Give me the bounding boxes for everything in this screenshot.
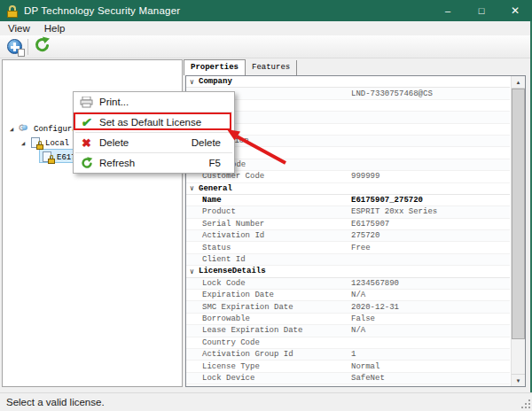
menu-item-label: Delete	[99, 137, 192, 148]
property-label: Lock Code	[186, 279, 351, 288]
scroll-up-button[interactable]: ▲	[512, 76, 525, 89]
category-row-licensedetails[interactable]: ∨LicenseDetails	[186, 266, 510, 277]
scroll-down-button[interactable]: ▼	[512, 374, 525, 386]
scrollbar-thumb[interactable]	[512, 89, 525, 339]
tree-item-local[interactable]: ◢Local	[21, 136, 69, 150]
property-row[interactable]: Country Code	[186, 337, 510, 349]
app-lock-icon	[7, 5, 19, 19]
property-value: SafeNet	[351, 374, 510, 383]
refresh-button[interactable]	[31, 36, 52, 57]
property-label: SMC Expiration Date	[186, 303, 351, 312]
property-label: Country Code	[186, 338, 351, 347]
property-label: Activation Group Id	[186, 350, 351, 359]
property-row[interactable]: Activation Id275720	[186, 230, 510, 242]
property-value: N/A	[351, 326, 510, 335]
property-row[interactable]: Lock Code1234567890	[186, 278, 510, 290]
tab-strip: PropertiesFeatures	[184, 58, 297, 75]
property-label: Product	[186, 207, 351, 216]
property-row[interactable]: Lock DeviceSafeNet	[186, 373, 510, 384]
property-value: Normal	[351, 362, 510, 371]
context-menu-item-print[interactable]: Print...	[74, 92, 234, 112]
tree-expander-icon[interactable]: ◢	[21, 140, 30, 147]
property-row[interactable]: License TypeNormal	[186, 361, 510, 372]
printer-icon	[74, 97, 99, 108]
property-value: 1	[351, 350, 510, 359]
property-label: Lock Device	[186, 374, 351, 383]
property-value: ESPRIT 20xx Series	[351, 207, 510, 216]
collapse-chevron-icon[interactable]: ∨	[186, 268, 199, 275]
menu-item-shortcut: Delete	[192, 137, 234, 148]
property-value: 1234567890	[351, 279, 510, 288]
menu-bar: ViewHelp	[0, 21, 532, 35]
refresh-icon	[34, 36, 51, 57]
license-doc-lock-icon	[43, 151, 54, 163]
status-text: Select a valid license.	[6, 397, 105, 407]
property-label: Client Id	[186, 255, 351, 264]
toolbar-separator	[27, 39, 28, 55]
resize-grip[interactable]	[520, 399, 530, 408]
property-row[interactable]: Activation Group Id1	[186, 349, 510, 361]
tab-properties[interactable]: Properties	[184, 59, 246, 75]
app-window: { "window": { "title": "DP Technology Se…	[0, 0, 532, 411]
property-grid: ∨CompanyLND-7330757468@CSgionodeCustomer…	[185, 75, 526, 387]
window-title: DP Technology Security Manager	[24, 5, 180, 16]
check-icon: ✔	[74, 115, 99, 129]
property-row[interactable]: BorrowableFalse	[186, 314, 510, 325]
context-menu-item-refresh[interactable]: RefreshF5	[74, 153, 234, 173]
gears-icon: ⚙	[20, 123, 31, 135]
category-title: Company	[199, 77, 232, 86]
collapse-chevron-icon[interactable]: ∨	[186, 184, 199, 192]
menu-item-label: Refresh	[99, 158, 209, 168]
property-row[interactable]: Client Id	[186, 254, 510, 266]
add-license-button[interactable]	[4, 36, 25, 57]
property-label: Borrowable	[186, 314, 351, 323]
collapse-chevron-icon[interactable]: ∨	[186, 78, 199, 86]
status-bar: Select a valid license.	[0, 392, 532, 411]
maximize-button[interactable]: □	[465, 0, 498, 21]
property-value: 2020-12-31	[351, 303, 510, 312]
context-menu: Print...✔Set as Default License✖DeleteDe…	[73, 91, 235, 174]
property-row[interactable]: NameE6175907_275720	[186, 195, 510, 206]
context-menu-item-set-as-default-license[interactable]: ✔Set as Default License	[74, 112, 234, 132]
vertical-scrollbar[interactable]: ▲ ▼	[511, 76, 525, 386]
menu-item-shortcut: F5	[209, 158, 234, 168]
title-bar: DP Technology Security Manager – □ ✕	[0, 0, 532, 21]
menu-item-view[interactable]: View	[8, 23, 30, 34]
property-row[interactable]: Serial NumberE6175907	[186, 219, 510, 230]
property-value: False	[351, 314, 510, 323]
category-title: General	[199, 184, 232, 193]
minimize-button[interactable]: –	[431, 0, 465, 21]
property-value: 275720	[351, 231, 510, 240]
menu-item-label: Set as Default License	[99, 117, 234, 128]
document-icon	[18, 49, 25, 57]
property-row[interactable]: SMC Expiration Date2020-12-31	[186, 301, 510, 313]
tree-expander-icon[interactable]: ◢	[10, 126, 19, 133]
property-value: 999999	[351, 172, 510, 181]
property-row[interactable]: StatusFree	[186, 242, 510, 253]
license-doc-lock-icon	[31, 137, 43, 149]
property-row[interactable]: Expiration DateN/A	[186, 290, 510, 301]
category-row-company[interactable]: ∨Company	[186, 76, 510, 88]
delete-x-icon: ✖	[74, 136, 99, 150]
context-menu-item-delete[interactable]: ✖DeleteDelete	[74, 133, 234, 152]
property-label: Expiration Date	[186, 291, 351, 299]
tab-features[interactable]: Features	[246, 60, 297, 75]
category-row-general[interactable]: ∨General	[186, 183, 510, 195]
property-value: E6175907_275720	[351, 196, 510, 205]
property-label: Status	[186, 244, 351, 252]
property-label: Activation Id	[186, 231, 351, 240]
property-label: Serial Number	[186, 220, 351, 229]
property-value: N/A	[351, 291, 510, 299]
property-label: Lease Expiration Date	[186, 326, 351, 335]
menu-item-label: Print...	[99, 97, 234, 107]
toolbar	[0, 35, 532, 58]
refresh-icon	[74, 157, 99, 169]
property-row[interactable]: Lease Expiration DateN/A	[186, 325, 510, 337]
close-button[interactable]: ✕	[498, 0, 532, 21]
property-value: E6175907	[351, 220, 510, 229]
menu-item-help[interactable]: Help	[44, 23, 66, 34]
property-row[interactable]: ProductESPRIT 20xx Series	[186, 206, 510, 218]
property-value: LND-7330757468@CS	[351, 89, 510, 98]
property-value: Free	[351, 244, 510, 252]
category-title: LicenseDetails	[199, 267, 266, 275]
